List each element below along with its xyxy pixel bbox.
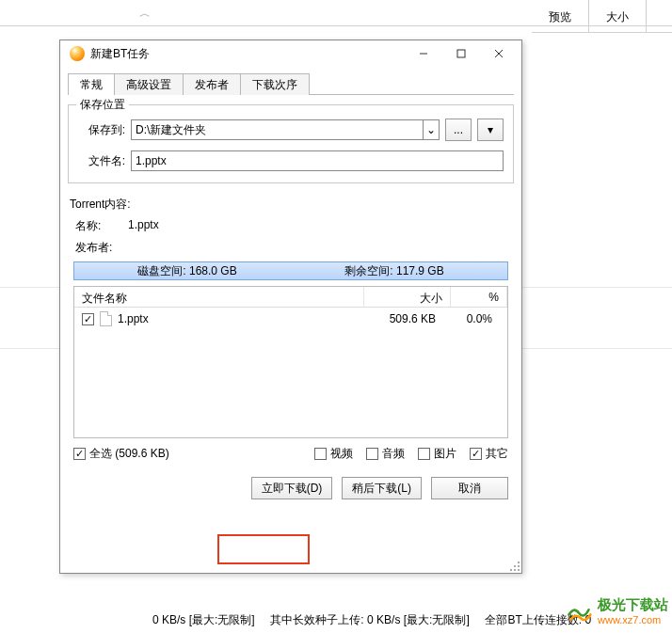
torrent-publisher-label: 发布者: — [75, 240, 128, 256]
file-table: 文件名称 大小 % 1.pptx 509.6 KB 0.0% — [73, 286, 508, 438]
tab-order[interactable]: 下载次序 — [241, 73, 310, 95]
download-later-button[interactable]: 稍后下载(L) — [342, 477, 422, 499]
table-row[interactable]: 1.pptx 509.6 KB 0.0% — [74, 308, 507, 330]
filter-audio-checkbox[interactable]: 音频 — [366, 446, 405, 462]
col-header-size[interactable]: 大小 — [589, 0, 647, 32]
svg-rect-1 — [457, 50, 465, 57]
col-header-filesize[interactable]: 大小 — [364, 287, 451, 307]
checkbox-icon — [470, 448, 482, 460]
save-to-input[interactable] — [131, 119, 423, 140]
torrent-content-header: Torrent内容: — [70, 197, 514, 213]
file-name-cell: 1.pptx — [118, 312, 357, 325]
file-checkbox[interactable] — [82, 313, 94, 325]
browse-button[interactable]: ... — [445, 119, 472, 141]
new-bt-task-dialog: 新建BT任务 常规 高级设置 发布者 下载次序 保存位置 保存到: ⌄ ... … — [59, 40, 522, 574]
filename-label: 文件名: — [78, 153, 125, 169]
tab-advanced[interactable]: 高级设置 — [115, 73, 184, 95]
minimize-button[interactable] — [405, 42, 442, 65]
col-header-preview[interactable]: 预览 — [532, 0, 589, 32]
caret-down-icon: ▾ — [488, 123, 493, 136]
col-header-filename[interactable]: 文件名称 — [74, 287, 364, 307]
checkbox-icon — [314, 448, 327, 460]
torrent-name-value: 1.pptx — [128, 218, 159, 234]
resize-grip-icon[interactable] — [508, 560, 520, 571]
filter-image-checkbox[interactable]: 图片 — [418, 446, 456, 462]
cancel-button[interactable]: 取消 — [431, 477, 508, 499]
tab-general[interactable]: 常规 — [68, 73, 115, 95]
download-now-button[interactable]: 立即下载(D) — [251, 477, 333, 499]
titlebar[interactable]: 新建BT任务 — [60, 40, 521, 67]
app-icon — [70, 46, 85, 61]
checkbox-icon — [418, 448, 430, 460]
history-dropdown-button[interactable]: ▾ — [477, 119, 504, 141]
watermark-name: 极光下载站 — [598, 596, 668, 614]
chevron-down-icon: ⌄ — [426, 123, 436, 136]
col-header-percent[interactable]: % — [451, 287, 507, 307]
maximize-button[interactable] — [442, 42, 480, 65]
filter-row: 全选 (509.6 KB) 视频 音频 图片 其它 — [73, 446, 508, 462]
button-row: 立即下载(D) 稍后下载(L) 取消 — [68, 477, 508, 499]
watermark: 极光下载站 www.xz7.com — [566, 596, 668, 625]
watermark-url: www.xz7.com — [598, 614, 668, 625]
save-to-label: 保存到: — [78, 122, 125, 138]
checkbox-icon — [73, 448, 86, 460]
select-all-checkbox[interactable]: 全选 (509.6 KB) — [73, 446, 169, 462]
close-button[interactable] — [480, 42, 518, 65]
file-icon — [100, 311, 112, 326]
filter-video-checkbox[interactable]: 视频 — [314, 446, 353, 462]
file-table-header: 文件名称 大小 % — [74, 287, 507, 308]
disk-space-bar: 磁盘空间: 168.0 GB 剩余空间: 117.9 GB — [73, 261, 508, 280]
filter-other-checkbox[interactable]: 其它 — [470, 446, 508, 462]
save-to-dropdown-button[interactable]: ⌄ — [423, 119, 440, 140]
filename-input[interactable] — [131, 150, 504, 171]
chevron-down-icon[interactable]: ︿ — [139, 6, 151, 22]
tab-publisher[interactable]: 发布者 — [184, 73, 241, 95]
file-size-cell: 509.6 KB — [357, 312, 443, 325]
checkbox-icon — [366, 448, 378, 460]
file-percent-cell: 0.0% — [443, 312, 500, 325]
torrent-name-label: 名称: — [75, 218, 128, 234]
watermark-logo-icon — [566, 598, 592, 625]
background-column-headers: 预览 大小 — [532, 0, 672, 33]
group-title-save: 保存位置 — [76, 97, 129, 113]
dialog-title: 新建BT任务 — [90, 46, 150, 62]
save-location-group: 保存位置 保存到: ⌄ ... ▾ 文件名: — [68, 104, 514, 183]
tab-bar: 常规 高级设置 发布者 下载次序 — [68, 72, 514, 95]
